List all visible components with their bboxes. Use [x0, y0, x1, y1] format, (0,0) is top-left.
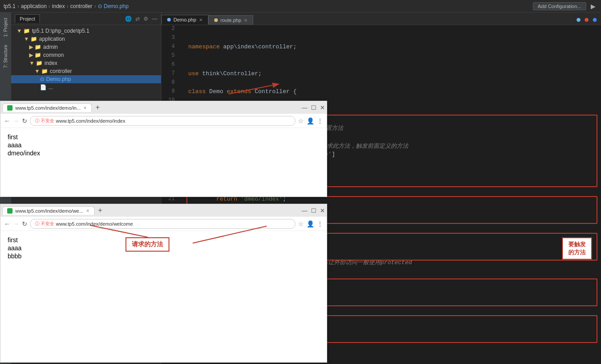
- tab-route-php[interactable]: route.php ✕: [208, 15, 253, 25]
- tab-dot-blue: [167, 18, 171, 21]
- browser-1-menu[interactable]: ⋮: [317, 117, 323, 124]
- code-line-5: 5: [161, 52, 601, 61]
- code-line-7: 7 use think\Controller;: [161, 70, 601, 79]
- folder-icon: ▼ 📁: [17, 28, 30, 34]
- project-tabs-bar: Project 🌐 ⇄ ⚙ —: [11, 13, 161, 25]
- side-tab-project[interactable]: 1: Project: [1, 14, 10, 40]
- close-tab-route[interactable]: ✕: [244, 18, 247, 23]
- split-icon[interactable]: ⇄: [135, 16, 140, 22]
- ide-top-bar: tp5.1 › application › index › controller…: [0, 0, 601, 13]
- browser-1-url-bar[interactable]: ⓘ 不安全 www.tp5.com/index/demo/index: [30, 116, 295, 126]
- tab-route-label: route.php: [221, 17, 241, 23]
- browser-1-line-2: aaaa: [8, 141, 320, 149]
- browser-2-reload[interactable]: ↻: [22, 220, 27, 227]
- folder-icon-index: ▼ 📁: [29, 60, 43, 66]
- browser-2-tab-label: www.tp5.com/index/demo/we...: [15, 208, 83, 214]
- browser-1-back[interactable]: ←: [4, 117, 10, 124]
- breadcrumb-file: ⊙ Demo.php: [98, 3, 129, 9]
- breadcrumb-part-1: tp5.1: [4, 3, 16, 9]
- browser-2-url-text: www.tp5.com/index/demo/welcome: [56, 221, 133, 227]
- browser-2-line-2: aaaa: [8, 244, 320, 252]
- browser-1-content: first aaaa dmeo/index: [0, 128, 327, 197]
- browser-1-tab-bar: www.tp5.com/index/demo/in... ✕ + — ☐ ✕: [0, 101, 327, 114]
- browser-2-line-1: first: [8, 236, 320, 244]
- tree-application[interactable]: ▼ 📁 application: [11, 35, 161, 43]
- breadcrumb-sep-3: ›: [67, 3, 69, 9]
- browser-2-back[interactable]: ←: [4, 220, 10, 227]
- tree-root[interactable]: ▼ 📁 tp5.1 D:\php_code\tp5.1: [11, 27, 161, 35]
- browser-2-content: first aaaa bbbb: [0, 231, 327, 362]
- browser-2-menu[interactable]: ⋮: [317, 220, 323, 227]
- browser-1-insecure-icon: ⓘ 不安全: [35, 118, 54, 124]
- browser-2-window-controls: — ☐ ✕: [302, 207, 325, 214]
- browser-2-user[interactable]: 👤: [307, 220, 314, 227]
- code-line-4: 4 namespace app\index\controller;: [161, 43, 601, 52]
- code-line-3: 3: [161, 34, 601, 43]
- browser-2-maximize[interactable]: ☐: [311, 207, 316, 214]
- minimize-icon[interactable]: —: [152, 16, 157, 22]
- add-configuration-button[interactable]: Add Configuration...: [533, 2, 586, 10]
- browser-window-1: www.tp5.com/index/demo/in... ✕ + — ☐ ✕ ←…: [0, 101, 327, 197]
- tree-application-label: application: [39, 36, 65, 42]
- browser-1-line-3: dmeo/index: [8, 150, 320, 157]
- tab-demo-php[interactable]: Demo.php ✕: [161, 15, 208, 25]
- browser-2-new-tab[interactable]: +: [95, 206, 105, 214]
- tree-other-file[interactable]: 📄 ...: [11, 83, 161, 91]
- tab-demo-label: Demo.php: [173, 17, 196, 22]
- code-line-8: 8: [161, 79, 601, 88]
- breadcrumb-part-2: application: [21, 3, 47, 9]
- close-tab-demo[interactable]: ✕: [199, 17, 203, 22]
- browser-1-close[interactable]: ✕: [320, 104, 325, 111]
- browser-2-insecure-icon: ⓘ 不安全: [35, 221, 54, 227]
- tree-common[interactable]: ▶ 📁 common: [11, 51, 161, 59]
- tab-icons: 🌐 ⇄ ⚙ —: [125, 16, 157, 22]
- browser-1-favicon: [7, 105, 13, 111]
- browser-2-forward[interactable]: →: [13, 220, 19, 227]
- file-icon-demo: ⊙: [40, 76, 44, 82]
- code-line-6: 6: [161, 61, 601, 70]
- browser-1-bookmark[interactable]: ☆: [298, 117, 304, 124]
- side-tab-structure[interactable]: 7: Structure: [1, 41, 10, 72]
- browser-2-favicon: [7, 208, 13, 214]
- browser-1-close-tab[interactable]: ✕: [83, 106, 87, 110]
- tree-index[interactable]: ▼ 📁 index: [11, 59, 161, 67]
- browser-2-nav-bar: ← → ↻ ⓘ 不安全 www.tp5.com/index/demo/welco…: [0, 217, 327, 231]
- browser-2-tab[interactable]: www.tp5.com/index/demo/we... ✕: [2, 206, 95, 215]
- browser-1-minimize[interactable]: —: [302, 104, 307, 111]
- folder-icon-controller: ▼ 📁: [35, 68, 48, 74]
- browser-1-url-text: www.tp5.com/index/demo/index: [56, 118, 125, 124]
- code-line-2: 2: [161, 25, 601, 34]
- browser-2-line-3: bbbb: [8, 253, 320, 260]
- folder-icon-common: ▶ 📁: [29, 52, 41, 58]
- file-icon-other: 📄: [40, 84, 47, 90]
- browser-1-new-tab[interactable]: +: [93, 103, 102, 111]
- project-tab[interactable]: Project: [15, 14, 40, 23]
- browser-1-forward[interactable]: →: [13, 117, 19, 124]
- tree-controller[interactable]: ▼ 📁 controller: [11, 67, 161, 75]
- browser-1-tab[interactable]: www.tp5.com/index/demo/in... ✕: [2, 103, 92, 112]
- browser-1-nav-bar: ← → ↻ ⓘ 不安全 www.tp5.com/index/demo/index…: [0, 114, 327, 128]
- breadcrumb-sep-1: ›: [17, 3, 19, 9]
- browser-window-2: www.tp5.com/index/demo/we... ✕ + — ☐ ✕ ←…: [0, 204, 327, 363]
- settings-icon[interactable]: ⚙: [143, 16, 148, 22]
- google-icon: ●: [584, 14, 589, 25]
- tree-controller-label: controller: [50, 68, 72, 74]
- run-button[interactable]: ▶: [589, 3, 597, 10]
- browser-1-reload[interactable]: ↻: [22, 117, 27, 124]
- browser-2-url-bar[interactable]: ⓘ 不安全 www.tp5.com/index/demo/welcome: [30, 219, 295, 229]
- globe-icon[interactable]: 🌐: [125, 16, 132, 22]
- browser-2-close[interactable]: ✕: [320, 207, 325, 214]
- browser-1-user[interactable]: 👤: [307, 117, 314, 124]
- browser-2-minimize[interactable]: —: [302, 207, 307, 214]
- browser-1-maximize[interactable]: ☐: [311, 104, 316, 111]
- browser-2-bookmark[interactable]: ☆: [298, 220, 304, 227]
- breadcrumb-part-4: controller: [70, 3, 92, 9]
- blue-icon: ●: [592, 14, 597, 25]
- folder-icon-application: ▼ 📁: [24, 36, 37, 42]
- tree-index-label: index: [44, 60, 57, 66]
- browser-2-tab-bar: www.tp5.com/index/demo/we... ✕ + — ☐ ✕: [0, 204, 327, 217]
- tree-admin[interactable]: ▶ 📁 admin: [11, 43, 161, 51]
- tree-demo-php[interactable]: ⊙ Demo.php: [11, 75, 161, 83]
- browser-2-close-tab[interactable]: ✕: [86, 209, 90, 213]
- tree-admin-label: admin: [43, 44, 58, 50]
